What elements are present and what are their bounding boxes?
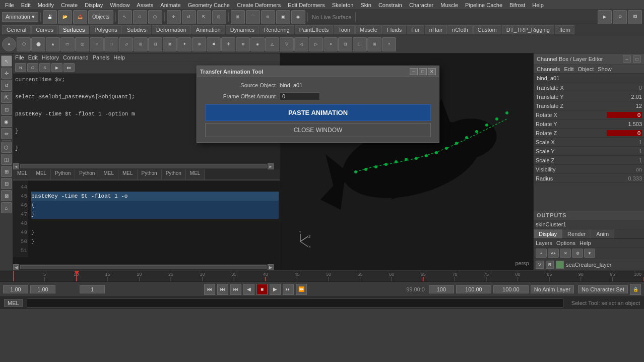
layer-render-btn[interactable]: R [546, 261, 554, 269]
menu-skeleton[interactable]: Skeleton [329, 1, 357, 9]
tool-c[interactable]: ⊞ [1, 166, 12, 177]
se-exec-all-icon[interactable]: ⏭ [63, 63, 75, 72]
tab-polygons[interactable]: Polygons [90, 25, 121, 34]
move-tool[interactable]: ✛ [1, 68, 12, 79]
menu-create-deformers[interactable]: Create Deformers [234, 1, 284, 9]
tab-painteffects[interactable]: PaintEffects [295, 25, 334, 34]
tab-toon[interactable]: Toon [334, 25, 355, 34]
se-open-icon[interactable]: O [27, 63, 38, 72]
bottom-h-scrollbar[interactable] [20, 265, 267, 269]
se-help-menu[interactable]: Help [113, 54, 125, 61]
go-start-btn[interactable]: ⏮ [204, 284, 215, 295]
open-icon[interactable]: 📂 [58, 10, 72, 24]
script-tab-mel-1[interactable]: MEL [13, 169, 32, 179]
tool13-icon[interactable]: ✦ [177, 37, 191, 51]
script-tab-python-3[interactable]: Python [138, 169, 162, 179]
channel-rotate-x[interactable]: Rotate X 0 [534, 110, 644, 119]
h-scrollbar[interactable] [20, 164, 267, 168]
tab-dt-trp-rigging[interactable]: DT_TRP_Rigging [502, 25, 554, 34]
channel-scale-z[interactable]: Scale Z 1 [534, 156, 644, 165]
cylinder-icon[interactable]: ⬤ [31, 37, 45, 51]
go-end-btn[interactable]: ⏩ [296, 284, 307, 295]
se-exec-icon[interactable]: ▶ [51, 63, 62, 72]
snap-curve-icon[interactable]: ⌒ [246, 10, 260, 24]
tab-dynamics[interactable]: Dynamics [226, 25, 259, 34]
cb-edit-menu[interactable]: Edit [564, 66, 573, 72]
tab-subdivs[interactable]: Subdivs [122, 25, 151, 34]
tab-animation[interactable]: Animation [191, 25, 225, 34]
tool16-icon[interactable]: ✛ [221, 37, 235, 51]
menu-assets[interactable]: Assets [134, 1, 156, 9]
snap-point-icon[interactable]: ⊕ [261, 10, 275, 24]
se-command-menu[interactable]: Command [63, 54, 89, 61]
soft-select-tool[interactable]: ◉ [1, 116, 12, 127]
menu-file[interactable]: File [2, 1, 17, 9]
play-fwd-btn[interactable]: ▶ [270, 284, 281, 295]
prev-key-btn[interactable]: ⏮ [230, 284, 241, 295]
menu-display[interactable]: Display [82, 1, 106, 9]
le-new-layer-icon[interactable]: + [536, 249, 547, 258]
frame-offset-input[interactable] [280, 92, 320, 100]
channel-translate-z[interactable]: Translate Z 12 [534, 101, 644, 110]
le-delete-layer-icon[interactable]: ✕ [560, 249, 571, 258]
range-end-field1[interactable] [456, 285, 491, 293]
range-end-field2[interactable] [493, 285, 529, 293]
tool-a[interactable]: ⬡ [1, 142, 12, 153]
bottom-scroll-right[interactable]: ▶ [268, 264, 274, 270]
script-tab-mel-4[interactable]: MEL [118, 169, 138, 179]
menu-geometry-cache[interactable]: Geometry Cache [185, 1, 233, 9]
scale-tool[interactable]: ⇱ [1, 92, 12, 103]
render-view-icon[interactable]: 🖼 [628, 10, 642, 24]
timeline-track[interactable]: 5 10 15 20 25 30 35 40 45 50 55 60 65 [13, 271, 644, 282]
sphere-icon[interactable]: ● [2, 37, 16, 51]
tab-item[interactable]: Item [555, 25, 574, 34]
layer-sea-creature[interactable]: V R seaCreature_layer [534, 259, 644, 270]
tool25-icon[interactable]: ⬚ [353, 37, 367, 51]
rotate-icon[interactable]: ↺ [182, 10, 196, 24]
se-save-icon[interactable]: S [39, 63, 50, 72]
range-marker[interactable] [80, 285, 105, 293]
le-help-menu[interactable]: Help [579, 240, 591, 246]
cb-collapse-icon[interactable]: ─ [623, 55, 631, 63]
paste-animation-button[interactable]: PASTE ANIMATION [205, 104, 431, 121]
se-edit-menu[interactable]: Edit [28, 54, 38, 61]
play-back-btn[interactable]: ◀ [243, 284, 254, 295]
next-key-btn[interactable]: ⏭ [283, 284, 294, 295]
tab-curves[interactable]: Curves [31, 25, 58, 34]
tab-general[interactable]: General [2, 25, 31, 34]
tool20-icon[interactable]: ▽ [280, 37, 294, 51]
tool26-icon[interactable]: ⊞ [367, 37, 381, 51]
select-tool[interactable]: ↖ [1, 55, 12, 67]
menu-edit[interactable]: Edit [18, 1, 34, 9]
save-icon[interactable]: 💾 [43, 10, 57, 24]
cb-expand-icon[interactable]: □ [633, 55, 641, 63]
snap-home-icon[interactable]: ⌂ [1, 202, 12, 213]
inner-start-field[interactable] [30, 285, 55, 293]
le-layers-menu[interactable]: Layers [536, 240, 552, 246]
move-icon[interactable]: ✛ [167, 10, 181, 24]
step-back-btn[interactable]: ⏭ [217, 284, 228, 295]
scale-icon[interactable]: ⇱ [197, 10, 211, 24]
objects-btn[interactable]: Objects [88, 10, 113, 24]
show-manip-tool[interactable]: ⊡ [1, 104, 12, 115]
script-tab-mel-3[interactable]: MEL [99, 169, 118, 179]
tool17-icon[interactable]: ⊗ [236, 37, 250, 51]
cb-object-menu[interactable]: Object [577, 66, 594, 72]
no-anim-layer-dropdown[interactable]: No Anim Layer [531, 285, 574, 293]
tool12-icon[interactable]: ⊠ [163, 37, 177, 51]
channel-scale-y[interactable]: Scale Y 1 [534, 147, 644, 156]
transform-icon[interactable]: ⊞ [212, 10, 226, 24]
menu-create[interactable]: Create [58, 1, 81, 9]
channel-scale-x[interactable]: Scale X 1 [534, 138, 644, 147]
le-filter-icon[interactable]: ▼ [584, 249, 595, 258]
tab-rendering[interactable]: Rendering [260, 25, 294, 34]
channel-translate-x[interactable]: Translate X 0 [534, 83, 644, 92]
le-tab-render[interactable]: Render [562, 229, 591, 238]
channel-visibility[interactable]: Visibility on [534, 165, 644, 174]
se-new-icon[interactable]: N [15, 63, 26, 72]
output-skincluster[interactable]: skinCluster1 [534, 220, 644, 229]
menu-constrain[interactable]: Constrain [375, 1, 405, 9]
nurbs-circle-icon[interactable]: ○ [90, 37, 104, 51]
tool15-icon[interactable]: ✖ [207, 37, 221, 51]
tool-d[interactable]: ⊟ [1, 178, 12, 189]
